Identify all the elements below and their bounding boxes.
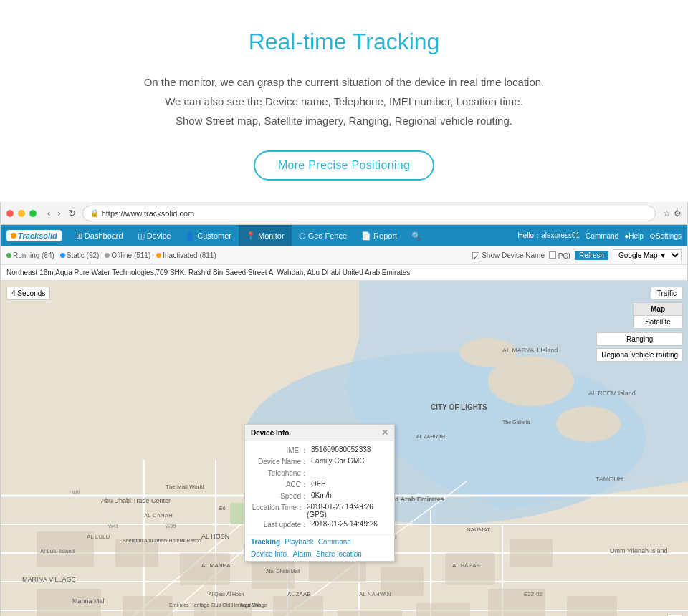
sub-toolbar-right: ✓ Show Device Name POI Refresh Google Ma… — [472, 249, 682, 261]
status-inactive: Inactivated (811) — [156, 251, 216, 259]
map-button[interactable]: Map — [633, 302, 683, 316]
nav-monitor[interactable]: 📍 Monitor — [239, 225, 292, 246]
map-container[interactable]: AL MARYAH Island AL REEM Island CITY OF … — [1, 281, 688, 616]
tracking-link[interactable]: Tracking — [251, 538, 280, 546]
dashboard-icon: ⊞ — [76, 231, 82, 241]
svg-rect-32 — [273, 596, 323, 616]
nav-customer[interactable]: 👤 Customer — [178, 225, 239, 246]
help-link[interactable]: ●Help — [624, 232, 644, 240]
app-logo: Tracksolid — [6, 230, 62, 241]
browser-maximize-btn[interactable] — [29, 210, 37, 217]
popup-body: IMEI： 351609080052333 Device Name： Famil… — [245, 441, 394, 534]
back-icon[interactable]: ‹ — [45, 206, 52, 220]
svg-text:AL DANAH: AL DANAH — [144, 512, 173, 519]
svg-text:AL REEM Island: AL REEM Island — [588, 390, 636, 397]
browser-window: ‹ › ↻ 🔒 https://www.tracksolid.com ☆ ⚙ T… — [0, 202, 688, 616]
offline-dot — [105, 253, 110, 258]
svg-text:E22-02: E22-02 — [524, 591, 543, 597]
address-bar: Northeast 16m,Aqua Pure Water Technologi… — [1, 265, 687, 281]
hero-section: Real-time Tracking On the monitor, we ca… — [0, 0, 688, 202]
address-text: Northeast 16m,Aqua Pure Water Technologi… — [6, 269, 410, 276]
nav-device[interactable]: ◫ Device — [130, 225, 178, 246]
url-bar[interactable]: 🔒 https://www.tracksolid.com — [82, 206, 656, 221]
browser-toolbar: ‹ › ↻ 🔒 https://www.tracksolid.com ☆ ⚙ — [1, 202, 687, 225]
playback-link[interactable]: Playback — [285, 538, 314, 546]
sub-toolbar: Running (64) Static (92) Offline (511) I… — [1, 246, 687, 265]
poi-checkbox[interactable] — [549, 251, 556, 259]
popup-title: Device Info. — [251, 429, 291, 437]
device-info-link[interactable]: Device Info. — [251, 550, 289, 558]
svg-text:Manna Mall: Manna Mall — [72, 597, 106, 605]
speed-value: 0Km/h — [311, 491, 332, 501]
popup-header: Device Info. ✕ — [245, 425, 394, 441]
hello-text: Hello：alexpress01 — [517, 231, 580, 241]
extension-icon[interactable]: ⚙ — [674, 208, 682, 218]
nav-search[interactable]: 🔍 — [404, 225, 429, 246]
geo-fence-icon: ⬡ — [299, 231, 306, 241]
settings-link[interactable]: ⚙Settings — [649, 232, 682, 240]
svg-text:Abu Dhabi Trade Center: Abu Dhabi Trade Center — [101, 497, 171, 504]
command-link[interactable]: Command — [586, 232, 618, 240]
status-offline: Offline (511) — [105, 251, 150, 259]
svg-rect-24 — [252, 560, 295, 589]
device-icon: ◫ — [138, 231, 145, 241]
popup-row-last-update: Last update： 2018-01-25 14:49:26 — [251, 520, 388, 530]
browser-close-btn[interactable] — [6, 210, 14, 217]
logo-text: Tracksolid — [18, 231, 57, 240]
imei-value: 351609080052333 — [311, 446, 371, 456]
nav-geo-fence[interactable]: ⬡ Geo Fence — [292, 225, 354, 246]
svg-point-4 — [556, 406, 621, 442]
popup-row-imei: IMEI： 351609080052333 — [251, 446, 388, 456]
refresh-icon[interactable]: ↻ — [66, 206, 78, 220]
svg-text:AL ZAHIYAH: AL ZAHIYAH — [416, 434, 445, 439]
show-device-name-toggle[interactable]: ✓ Show Device Name — [472, 251, 545, 259]
hero-description: On the monitor, we can grasp the current… — [57, 72, 631, 130]
app-navbar: Tracksolid ⊞ Dashboard ◫ Device 👤 Custom… — [1, 225, 687, 246]
last-update-value: 2018-01-25 14:49:26 — [311, 520, 378, 530]
nav-dashboard[interactable]: ⊞ Dashboard — [69, 225, 130, 246]
svg-text:AL LULU: AL LULU — [87, 534, 110, 540]
last-update-label: Last update： — [251, 520, 308, 530]
show-device-checkbox[interactable]: ✓ — [472, 252, 479, 259]
command-link-popup[interactable]: Command — [318, 538, 351, 546]
customer-icon: 👤 — [185, 231, 195, 241]
acc-label: ACC： — [251, 480, 308, 490]
popup-row-telephone: Telephone： — [251, 468, 388, 478]
positioning-button[interactable]: More Precise Positioning — [254, 150, 434, 181]
time-badge: 4 Seconds — [6, 287, 50, 300]
map-type-select[interactable]: Google Map ▼ — [613, 249, 682, 261]
extra-buttons: Ranging Regional vehicle routing — [596, 332, 683, 362]
svg-text:E6: E6 — [219, 506, 226, 511]
share-location-link[interactable]: Share location — [316, 550, 362, 558]
regional-routing-button[interactable]: Regional vehicle routing — [596, 348, 683, 362]
location-time-value: 2018-01-25 14:49:26 (GPS) — [307, 503, 388, 519]
svg-text:MARINA VILLAGE: MARINA VILLAGE — [22, 576, 76, 583]
telephone-label: Telephone： — [251, 468, 308, 478]
report-icon: 📄 — [361, 231, 371, 241]
satellite-button[interactable]: Satellite — [633, 315, 683, 329]
alarm-link[interactable]: Alarm — [293, 550, 312, 558]
browser-minimize-btn[interactable] — [18, 210, 25, 217]
svg-text:CITY OF LIGHTS: CITY OF LIGHTS — [431, 403, 487, 411]
refresh-button[interactable]: Refresh — [575, 251, 608, 260]
svg-text:AL BAHAR: AL BAHAR — [452, 562, 480, 569]
ranging-button[interactable]: Ranging — [596, 332, 683, 346]
svg-text:NAUMAT: NAUMAT — [467, 526, 490, 533]
traffic-button[interactable]: Traffic — [651, 287, 683, 300]
url-text: https://www.tracksolid.com — [102, 209, 195, 218]
svg-text:AL MANHAL: AL MANHAL — [201, 562, 234, 569]
logo-dot — [11, 233, 16, 239]
hero-title: Real-time Tracking — [57, 29, 631, 55]
acc-value: OFF — [311, 480, 325, 490]
svg-text:Mad Sho...: Mad Sho... — [241, 602, 265, 607]
svg-rect-23 — [180, 553, 230, 585]
device-info-popup: Device Info. ✕ IMEI： 351609080052333 Dev… — [244, 424, 395, 562]
forward-icon[interactable]: › — [55, 206, 62, 220]
nav-report[interactable]: 📄 Report — [354, 225, 404, 246]
popup-row-location-time: Location Time： 2018-01-25 14:49:26 (GPS) — [251, 503, 388, 519]
poi-toggle[interactable]: POI — [549, 251, 570, 260]
running-dot — [6, 253, 11, 258]
popup-close-button[interactable]: ✕ — [381, 428, 388, 438]
bookmark-icon[interactable]: ☆ — [663, 208, 671, 218]
svg-text:AL NAHYAN: AL NAHYAN — [359, 591, 391, 597]
